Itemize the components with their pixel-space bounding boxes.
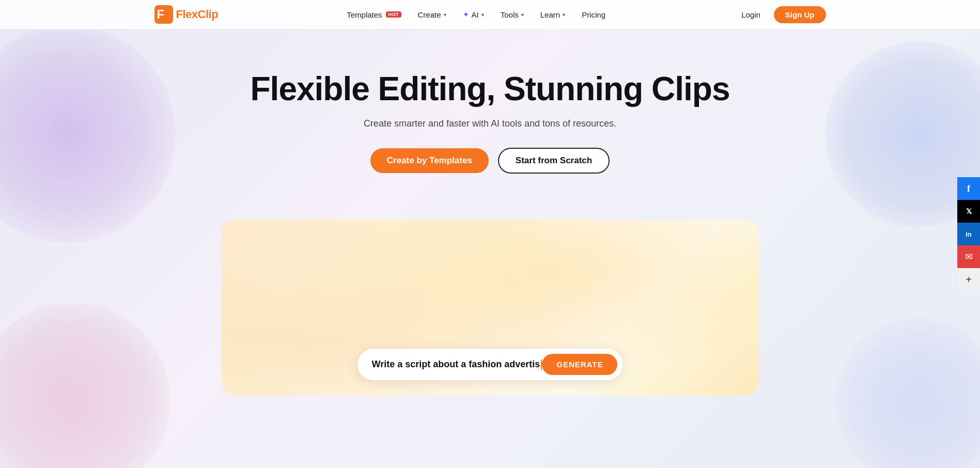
- ai-chevron-icon: ▾: [481, 12, 484, 18]
- hero-section: Flexible Editing, Stunning Clips Create …: [0, 29, 980, 220]
- create-by-templates-button[interactable]: Create by Templates: [370, 148, 489, 173]
- ai-prompt-row: Write a script about a fashion advertis …: [357, 349, 623, 380]
- ai-prompt-content: Write a script about a fashion advertis: [372, 359, 540, 369]
- nav-pricing[interactable]: Pricing: [575, 7, 612, 22]
- more-share-button[interactable]: +: [957, 268, 980, 291]
- start-from-scratch-button[interactable]: Start from Scratch: [498, 148, 610, 174]
- signup-button[interactable]: Sign Up: [774, 6, 826, 23]
- more-icon: +: [966, 274, 972, 286]
- social-sidebar: f 𝕏 in ✉ +: [957, 177, 980, 291]
- nav-ai[interactable]: ✦ AI ▾: [457, 7, 490, 22]
- twitter-icon: 𝕏: [966, 207, 972, 215]
- create-chevron-icon: ▾: [444, 12, 446, 18]
- learn-chevron-icon: ▾: [563, 12, 565, 18]
- linkedin-share-button[interactable]: in: [957, 223, 980, 245]
- email-share-button[interactable]: ✉: [957, 245, 980, 268]
- logo-text: FlexClip: [176, 8, 219, 21]
- logo-icon: F: [154, 5, 173, 24]
- facebook-icon: f: [967, 183, 970, 194]
- ai-card: Write a script about a fashion advertis …: [222, 220, 759, 396]
- nav-right: Login Sign Up: [734, 6, 826, 23]
- twitter-share-button[interactable]: 𝕏: [957, 200, 980, 223]
- ai-prompt-text: Write a script about a fashion advertis: [372, 359, 542, 370]
- facebook-share-button[interactable]: f: [957, 177, 980, 200]
- tools-chevron-icon: ▾: [521, 12, 524, 18]
- navbar: F FlexClip Templates HOT Create ▾ ✦ AI ▾: [0, 0, 980, 29]
- nav-create[interactable]: Create ▾: [412, 7, 453, 22]
- logo[interactable]: F FlexClip: [154, 5, 219, 24]
- nav-tools[interactable]: Tools ▾: [494, 7, 530, 22]
- hero-subtitle: Create smarter and faster with AI tools …: [10, 118, 970, 129]
- generate-button[interactable]: GENERATE: [542, 354, 617, 375]
- ai-star-icon: ✦: [463, 10, 469, 19]
- login-button[interactable]: Login: [734, 7, 768, 22]
- hot-badge: HOT: [386, 11, 401, 18]
- page-wrapper: F FlexClip Templates HOT Create ▾ ✦ AI ▾: [0, 0, 980, 468]
- nav-templates[interactable]: Templates HOT: [340, 7, 407, 22]
- nav-links: Templates HOT Create ▾ ✦ AI ▾ Tools ▾: [340, 7, 612, 22]
- hero-title: Flexible Editing, Stunning Clips: [10, 71, 970, 108]
- hero-buttons: Create by Templates Start from Scratch: [10, 148, 970, 174]
- linkedin-icon: in: [966, 230, 972, 238]
- nav-learn[interactable]: Learn ▾: [534, 7, 571, 22]
- email-icon: ✉: [965, 251, 973, 262]
- ai-card-area: Write a script about a fashion advertis …: [211, 220, 769, 396]
- navbar-inner: F FlexClip Templates HOT Create ▾ ✦ AI ▾: [154, 5, 826, 24]
- svg-text:F: F: [157, 8, 164, 21]
